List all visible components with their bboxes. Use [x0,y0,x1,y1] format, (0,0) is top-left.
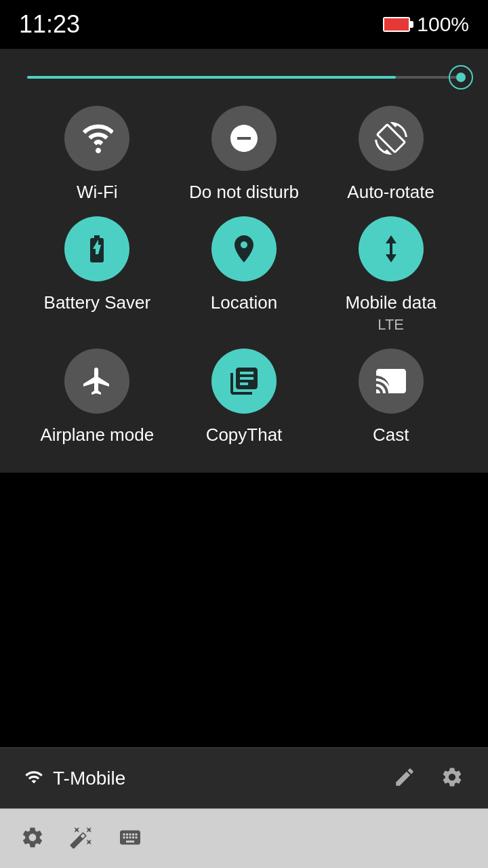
cast-label: Cast [373,425,409,446]
brightness-thumb [449,65,473,90]
tile-mobiledata[interactable]: Mobile dataLTE [321,216,461,334]
battery-icon [383,17,410,32]
bottom-actions [393,766,464,791]
cast-icon [375,365,407,397]
batterysaver-icon [81,233,113,265]
nav-bar [0,808,488,868]
autorotate-icon [375,122,407,155]
tile-copythat[interactable]: CopyThat [174,349,314,446]
copythat-label: CopyThat [206,425,283,446]
edit-button[interactable] [393,766,416,791]
bottom-bar: T-Mobile [0,747,488,808]
airplane-icon [81,365,113,397]
nav-settings-button[interactable] [20,825,45,852]
batterysaver-circle [64,216,129,281]
quick-settings-panel: Wi-Fi Do not disturb Auto-rotate [0,49,488,473]
autorotate-label: Auto-rotate [347,182,434,203]
battery-percent: 100% [417,13,469,36]
location-circle [211,216,277,281]
mobiledata-label: Mobile dataLTE [345,292,436,334]
airplane-label: Airplane mode [41,425,155,446]
wifi-circle [64,106,129,171]
battery-fill [384,18,409,31]
autorotate-circle [359,106,424,171]
tile-autorotate[interactable]: Auto-rotate [321,106,461,203]
wifi-label: Wi-Fi [77,182,118,203]
signal-icon [24,768,43,789]
carrier-name: T-Mobile [53,768,125,789]
brightness-row[interactable] [20,62,468,99]
tile-wifi[interactable]: Wi-Fi [27,106,167,203]
nav-quicksettings-button[interactable] [69,825,94,852]
nav-quicksettings-icon [69,825,94,850]
dnd-circle [211,106,277,171]
tile-cast[interactable]: Cast [321,349,461,446]
settings-button[interactable] [441,766,464,791]
copythat-circle [211,349,277,414]
carrier-info: T-Mobile [24,768,125,789]
location-icon [228,233,260,265]
settings-icon [441,766,464,789]
wifi-icon [81,122,113,155]
tiles-grid: Wi-Fi Do not disturb Auto-rotate [20,99,468,452]
status-bar: 11:23 100% [0,0,488,49]
status-time: 11:23 [19,10,80,39]
copythat-icon [228,365,260,397]
edit-icon [393,766,416,789]
airplane-circle [64,349,129,414]
nav-keyboard-icon [118,825,142,850]
nav-settings-icon [20,825,45,850]
dnd-icon [228,122,260,155]
location-label: Location [211,292,277,313]
brightness-fill [27,76,396,79]
tile-airplane[interactable]: Airplane mode [27,349,167,446]
tile-dnd[interactable]: Do not disturb [174,106,314,203]
mobiledata-icon [375,233,407,265]
status-right: 100% [383,13,469,36]
mobiledata-circle [359,216,424,281]
cast-circle [359,349,424,414]
nav-keyboard-button[interactable] [118,825,142,852]
brightness-slider[interactable] [27,76,461,79]
tile-location[interactable]: Location [174,216,314,334]
tile-batterysaver[interactable]: Battery Saver [27,216,167,334]
batterysaver-label: Battery Saver [44,292,151,313]
brightness-thumb-inner [456,73,466,82]
dnd-label: Do not disturb [189,182,299,203]
